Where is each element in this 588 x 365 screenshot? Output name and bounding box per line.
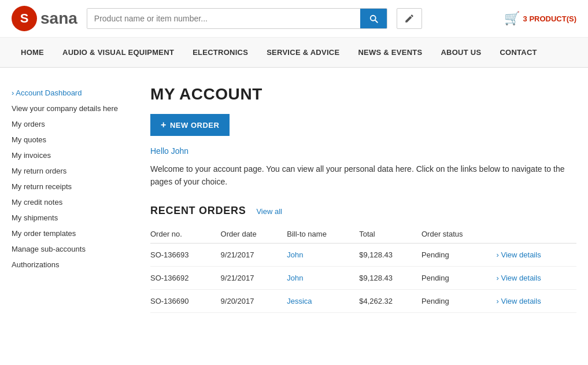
sidebar-item-authorizations[interactable]: Authorizations <box>12 257 133 272</box>
bill-name: Jessica <box>287 289 359 312</box>
search-button[interactable] <box>360 9 387 28</box>
bill-name: John <box>287 266 359 289</box>
logo[interactable]: S sana <box>12 6 77 31</box>
nav-item-about[interactable]: ABOUT US <box>431 38 490 67</box>
page-title: MY ACCOUNT <box>150 85 576 104</box>
table-row: SO-136693 9/21/2017 John $9,128.43 Pendi… <box>150 243 576 266</box>
new-order-button[interactable]: + NEW ORDER <box>150 114 230 136</box>
recent-orders-header: RECENT ORDERS View all <box>150 205 576 217</box>
search-input[interactable] <box>87 9 360 28</box>
col-order-date: Order date <box>221 225 287 244</box>
sidebar-item-sub-accounts[interactable]: Manage sub-accounts <box>12 241 133 257</box>
order-date: 9/21/2017 <box>221 266 287 289</box>
sidebar-item-return-orders[interactable]: My return orders <box>12 163 133 179</box>
search-icon <box>368 13 379 24</box>
main-nav: HOME AUDIO & VISUAL EQUIPMENT ELECTRONIC… <box>0 38 588 68</box>
nav-item-contact[interactable]: CONTACT <box>490 38 546 67</box>
order-no: SO-136690 <box>150 289 221 312</box>
order-total: $4,262.32 <box>359 289 421 312</box>
orders-table: Order no. Order date Bill-to name Total … <box>150 225 576 313</box>
order-date: 9/20/2017 <box>221 289 287 312</box>
sidebar-item-quotes[interactable]: My quotes <box>12 132 133 148</box>
sidebar-item-invoices[interactable]: My invoices <box>12 148 133 163</box>
order-no: SO-136693 <box>150 243 221 266</box>
cart-area[interactable]: 🛒 3 PRODUCT(S) <box>504 11 576 26</box>
page-content: MY ACCOUNT + NEW ORDER Hello John Welcom… <box>150 79 576 313</box>
logo-icon: S <box>12 6 37 31</box>
sidebar-item-orders[interactable]: My orders <box>12 116 133 132</box>
view-details-link[interactable]: View details <box>497 274 541 282</box>
cart-icon: 🛒 <box>504 11 520 26</box>
view-all-link[interactable]: View all <box>256 207 282 216</box>
cart-label: 3 PRODUCT(S) <box>523 14 576 23</box>
main-content: Account Dashboard View your company deta… <box>0 68 588 325</box>
order-status: Pending <box>421 243 497 266</box>
nav-item-service[interactable]: SERVICE & ADVICE <box>257 38 349 67</box>
col-order-no: Order no. <box>150 225 221 244</box>
logo-text: sana <box>40 9 77 28</box>
svg-text:S: S <box>20 11 29 25</box>
order-no: SO-136692 <box>150 266 221 289</box>
sidebar-item-shipments[interactable]: My shipments <box>12 210 133 226</box>
view-details-link[interactable]: View details <box>497 297 541 305</box>
order-total: $9,128.43 <box>359 266 421 289</box>
view-details-link[interactable]: View details <box>497 250 541 259</box>
nav-item-news[interactable]: NEWS & EVENTS <box>349 38 431 67</box>
edit-icon <box>404 13 415 24</box>
col-status: Order status <box>421 225 497 244</box>
table-row: SO-136690 9/20/2017 Jessica $4,262.32 Pe… <box>150 289 576 312</box>
bill-name: John <box>287 243 359 266</box>
nav-item-audio[interactable]: AUDIO & VISUAL EQUIPMENT <box>53 38 183 67</box>
order-total: $9,128.43 <box>359 243 421 266</box>
col-total: Total <box>359 225 421 244</box>
recent-orders-title: RECENT ORDERS <box>150 205 246 217</box>
col-bill-name: Bill-to name <box>287 225 359 244</box>
order-status: Pending <box>421 266 497 289</box>
sidebar-item-return-receipts[interactable]: My return receipts <box>12 179 133 194</box>
view-details-cell: View details <box>497 243 576 266</box>
search-bar <box>87 8 387 29</box>
plus-icon: + <box>161 120 167 130</box>
col-actions <box>497 225 576 244</box>
order-date: 9/21/2017 <box>221 243 287 266</box>
nav-item-home[interactable]: HOME <box>12 38 53 67</box>
sidebar-item-company[interactable]: View your company details here <box>12 101 133 116</box>
new-order-label: NEW ORDER <box>170 121 220 130</box>
sidebar-item-order-templates[interactable]: My order templates <box>12 226 133 241</box>
header: S sana 🛒 3 PRODUCT(S) <box>0 0 588 38</box>
sidebar-item-dashboard[interactable]: Account Dashboard <box>12 85 133 101</box>
sidebar-item-credit-notes[interactable]: My credit notes <box>12 194 133 210</box>
order-status: Pending <box>421 289 497 312</box>
hello-text: Hello John <box>150 146 576 156</box>
welcome-text: Welcome to your account page. You can vi… <box>150 163 576 189</box>
table-header-row: Order no. Order date Bill-to name Total … <box>150 225 576 244</box>
view-details-cell: View details <box>497 266 576 289</box>
table-row: SO-136692 9/21/2017 John $9,128.43 Pendi… <box>150 266 576 289</box>
nav-item-electronics[interactable]: ELECTRONICS <box>183 38 257 67</box>
edit-button[interactable] <box>397 8 422 29</box>
sidebar: Account Dashboard View your company deta… <box>12 79 133 313</box>
view-details-cell: View details <box>497 289 576 312</box>
